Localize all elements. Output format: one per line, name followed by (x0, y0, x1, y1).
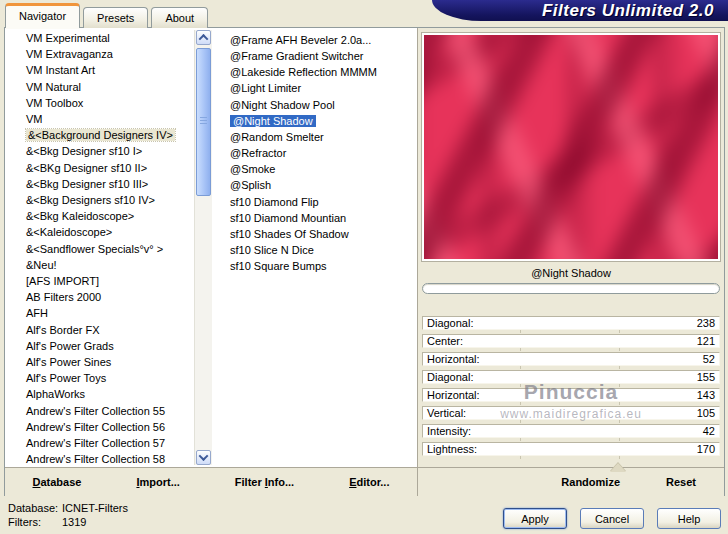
action-buttons: Apply Cancel Help (503, 508, 721, 529)
category-item[interactable]: VM Natural (5, 79, 194, 95)
status-info: Database:ICNET-Filters Filters:1319 (8, 501, 128, 529)
randomize-button[interactable]: Randomize (561, 476, 620, 488)
filter-item[interactable]: @Night Shadow Pool (224, 97, 417, 113)
category-list[interactable]: VM ExperimentalVM ExtravaganzaVM Instant… (5, 30, 194, 467)
import-button[interactable]: Import... (136, 476, 179, 488)
category-item[interactable]: Alf's Border FX (5, 322, 194, 338)
category-item[interactable]: &<Bkg Kaleidoscope> (5, 208, 194, 224)
category-item[interactable]: &<Background Designers IV> (5, 127, 194, 143)
filter-item[interactable]: sf10 Diamond Mountian (224, 210, 417, 226)
slider-group: Diagonal:238Center:121Horizontal:52Diago… (422, 316, 720, 460)
filter-item[interactable]: @Refractor (224, 145, 417, 161)
slider-row[interactable]: Vertical:105 (422, 406, 720, 424)
category-item[interactable]: Andrew's Filter Collection 58 (5, 451, 194, 467)
category-item[interactable]: Andrew's Filter Collection 56 (5, 419, 194, 435)
category-item[interactable]: Alf's Power Grads (5, 338, 194, 354)
tab-about[interactable]: About (151, 7, 208, 28)
tab-navigator[interactable]: Navigator (5, 3, 80, 28)
filter-info-button[interactable]: Filter Info... (235, 476, 294, 488)
cancel-button[interactable]: Cancel (580, 508, 644, 529)
slider-row[interactable]: Diagonal:238 (422, 316, 720, 334)
slider-row[interactable]: Center:121 (422, 334, 720, 352)
filter-item[interactable]: @Splish (224, 177, 417, 193)
slider-track[interactable]: Intensity:42 (422, 424, 720, 438)
help-button[interactable]: Help (657, 508, 721, 529)
slider-track[interactable]: Horizontal:143 (422, 388, 720, 402)
chevron-up-icon (199, 34, 209, 44)
filter-item-label: sf10 Shades Of Shadow (230, 228, 349, 240)
filter-item[interactable]: @Random Smelter (224, 129, 417, 145)
filter-item-label: @Frame Gradient Switcher (230, 50, 363, 62)
filter-item[interactable]: sf10 Shades Of Shadow (224, 226, 417, 242)
category-item[interactable]: &<Sandflower Specials°v° > (5, 241, 194, 257)
category-item-label: &<Sandflower Specials°v° > (26, 243, 163, 255)
category-item-label: VM Experimental (26, 32, 110, 44)
filter-item[interactable]: sf10 Slice N Dice (224, 242, 417, 258)
filter-list[interactable]: @Frame AFH Beveler 2.0a...@Frame Gradien… (224, 32, 417, 467)
slider-row[interactable]: Diagonal:155 (422, 370, 720, 388)
reset-button[interactable]: Reset (666, 476, 696, 488)
slider-thumb[interactable] (610, 455, 626, 472)
scrollbar-thumb[interactable] (196, 48, 211, 196)
category-item[interactable]: VM Instant Art (5, 62, 194, 78)
category-item[interactable]: VM Experimental (5, 30, 194, 46)
category-item-label: &<Bkg Kaleidoscope> (26, 210, 134, 222)
category-item[interactable]: &<BKg Designer sf10 II> (5, 160, 194, 176)
slider-row[interactable]: Horizontal:143 (422, 388, 720, 406)
filter-item[interactable]: @Light Limiter (224, 80, 417, 96)
slider-track[interactable]: Center:121 (422, 334, 720, 348)
filter-item[interactable]: @Night Shadow (224, 113, 417, 129)
category-item-label: VM Instant Art (26, 64, 95, 76)
category-item[interactable]: AlphaWorks (5, 386, 194, 402)
category-item[interactable]: Alf's Power Sines (5, 354, 194, 370)
filter-item[interactable]: @Frame Gradient Switcher (224, 48, 417, 64)
progress-bar (422, 283, 720, 294)
category-item[interactable]: &<Bkg Designers sf10 IV> (5, 192, 194, 208)
slider-value: 121 (697, 335, 715, 347)
apply-button[interactable]: Apply (503, 508, 567, 529)
category-item[interactable]: &<Bkg Designer sf10 I> (5, 143, 194, 159)
filter-item[interactable]: sf10 Square Bumps (224, 258, 417, 274)
category-item-label: &<Bkg Designer sf10 I> (26, 145, 142, 157)
category-item[interactable]: AFH (5, 305, 194, 321)
slider-track[interactable]: Vertical:105 (422, 406, 720, 420)
category-item[interactable]: VM (5, 111, 194, 127)
category-item-label: VM Natural (26, 81, 81, 93)
scroll-up-button[interactable] (196, 30, 211, 45)
slider-track[interactable]: Diagonal:238 (422, 316, 720, 330)
selected-filter-label: @Night Shadow (418, 266, 724, 280)
category-item-label: AB Filters 2000 (26, 291, 101, 303)
category-item[interactable]: Andrew's Filter Collection 57 (5, 435, 194, 451)
scroll-down-button[interactable] (196, 450, 211, 465)
tab-bar: Filters Unlimited 2.0 Navigator Presets … (0, 0, 728, 27)
category-item[interactable]: Alf's Power Toys (5, 370, 194, 386)
category-item[interactable]: VM Toolbox (5, 95, 194, 111)
category-item[interactable]: &Neu! (5, 257, 194, 273)
category-item-label: [AFS IMPORT] (26, 275, 99, 287)
slider-value: 238 (697, 317, 715, 329)
slider-row[interactable]: Intensity:42 (422, 424, 720, 442)
category-scrollbar[interactable] (194, 30, 212, 465)
category-item-label: &<Bkg Designers sf10 IV> (26, 194, 155, 206)
category-item[interactable]: [AFS IMPORT] (5, 273, 194, 289)
category-item[interactable]: Andrew's Filter Collection 55 (5, 403, 194, 419)
slider-row[interactable]: Horizontal:52 (422, 352, 720, 370)
database-button[interactable]: Database (33, 476, 82, 488)
slider-label: Horizontal: (427, 389, 480, 401)
slider-track[interactable]: Lightness:170 (422, 442, 720, 456)
filter-item[interactable]: @Smoke (224, 161, 417, 177)
filter-item[interactable]: @Lakeside Reflection MMMM (224, 64, 417, 80)
filter-item[interactable]: @Frame AFH Beveler 2.0a... (224, 32, 417, 48)
category-item[interactable]: AB Filters 2000 (5, 289, 194, 305)
filter-item-label: @Frame AFH Beveler 2.0a... (230, 34, 371, 46)
filter-item[interactable]: sf10 Diamond Flip (224, 194, 417, 210)
slider-track[interactable]: Diagonal:155 (422, 370, 720, 384)
slider-track[interactable]: Horizontal:52 (422, 352, 720, 366)
category-item[interactable]: &<Bkg Designer sf10 III> (5, 176, 194, 192)
slider-row[interactable]: Lightness:170 (422, 442, 720, 460)
category-item[interactable]: VM Extravaganza (5, 46, 194, 62)
editor-button[interactable]: Editor... (349, 476, 389, 488)
tab-presets[interactable]: Presets (83, 7, 148, 28)
filter-item-label: @Random Smelter (230, 131, 324, 143)
category-item[interactable]: &<Kaleidoscope> (5, 224, 194, 240)
